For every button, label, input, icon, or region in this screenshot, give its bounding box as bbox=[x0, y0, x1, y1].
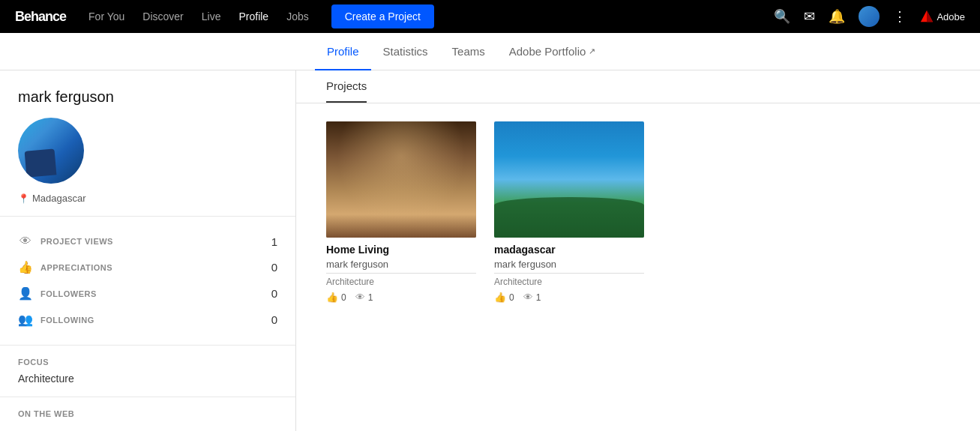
focus-label: FOCUS bbox=[18, 358, 277, 367]
stat-label-following: FOLLOWING bbox=[40, 316, 94, 325]
location-text: Madagascar bbox=[32, 193, 86, 204]
web-section: ON THE WEB bbox=[0, 397, 295, 431]
stat-left-appreciations: 👍 APPRECIATIONS bbox=[18, 260, 112, 274]
profile-avatar[interactable] bbox=[18, 118, 84, 184]
eye-icon: 👁 bbox=[18, 235, 33, 248]
nav-foryou[interactable]: For You bbox=[88, 10, 124, 22]
stat-row-following: 👥 FOLLOWING 0 bbox=[18, 307, 277, 333]
secondary-navigation: Profile Statistics Teams Adobe Portfolio… bbox=[0, 33, 980, 70]
top-navigation: Behance For You Discover Live Profile Jo… bbox=[0, 0, 980, 33]
tab-adobe-portfolio[interactable]: Adobe Portfolio ↗ bbox=[497, 33, 608, 70]
project-author-madagascar: mark ferguson bbox=[494, 259, 644, 270]
thumbnail-image-madagascar bbox=[494, 121, 644, 238]
project-author-home-living: mark ferguson bbox=[326, 259, 476, 270]
stat-row-followers: 👤 FOLLOWERS 0 bbox=[18, 280, 277, 307]
appreciations-count: 0 bbox=[341, 292, 346, 303]
notification-icon[interactable]: 🔔 bbox=[829, 8, 845, 25]
tab-profile[interactable]: Profile bbox=[315, 33, 371, 70]
main-layout: mark ferguson 📍 Madagascar 👁 PROJECT VIE… bbox=[0, 70, 980, 431]
project-category-madagascar: Architecture bbox=[494, 277, 644, 287]
nav-discover[interactable]: Discover bbox=[142, 10, 183, 22]
stat-left-following: 👥 FOLLOWING bbox=[18, 313, 94, 327]
appreciations-stat: 👍 0 bbox=[494, 292, 514, 303]
project-stats-madagascar: 👍 0 👁 1 bbox=[494, 292, 644, 303]
adobe-logo: Adobe bbox=[920, 10, 965, 23]
project-card-home-living[interactable]: Home Living mark ferguson Architecture 👍… bbox=[326, 121, 476, 303]
web-label: ON THE WEB bbox=[18, 409, 277, 418]
stat-left-followers: 👤 FOLLOWERS bbox=[18, 286, 97, 301]
focus-section: FOCUS Architecture bbox=[0, 346, 295, 397]
adobe-icon bbox=[920, 10, 934, 23]
project-title-madagascar: madagascar bbox=[494, 244, 644, 256]
thumbnail-image-home-living bbox=[326, 121, 476, 238]
stat-value-followers: 0 bbox=[271, 287, 277, 300]
eye-icon: 👁 bbox=[523, 292, 533, 303]
grid-icon[interactable]: ⋮ bbox=[893, 8, 907, 25]
search-icon[interactable]: 🔍 bbox=[774, 8, 790, 25]
nav-live[interactable]: Live bbox=[202, 10, 221, 22]
avatar[interactable] bbox=[859, 6, 880, 27]
stat-left-views: 👁 PROJECT VIEWS bbox=[18, 235, 113, 248]
stats-section: 👁 PROJECT VIEWS 1 👍 APPRECIATIONS 0 👤 FO… bbox=[0, 217, 295, 346]
views-stat: 👁 1 bbox=[523, 292, 541, 303]
nav-jobs[interactable]: Jobs bbox=[286, 10, 309, 22]
project-thumb-madagascar[interactable] bbox=[494, 121, 644, 238]
external-link-icon: ↗ bbox=[589, 46, 595, 56]
svg-marker-1 bbox=[927, 10, 933, 22]
nav-links: For You Discover Live Profile Jobs bbox=[88, 10, 309, 22]
views-count: 1 bbox=[368, 292, 373, 303]
project-divider bbox=[494, 273, 644, 274]
thumbsup-icon: 👍 bbox=[494, 292, 506, 303]
tab-teams[interactable]: Teams bbox=[440, 33, 497, 70]
behance-logo[interactable]: Behance bbox=[15, 9, 66, 25]
projects-header: Projects bbox=[296, 70, 980, 103]
stat-label-followers: FOLLOWERS bbox=[40, 289, 97, 298]
thumbsup-icon: 👍 bbox=[326, 292, 338, 303]
nav-left: Behance For You Discover Live Profile Jo… bbox=[15, 4, 434, 28]
nav-profile[interactable]: Profile bbox=[238, 10, 268, 22]
mail-icon[interactable]: ✉ bbox=[804, 8, 815, 25]
profile-name: mark ferguson bbox=[18, 88, 277, 106]
stat-value-appreciations: 0 bbox=[271, 261, 277, 274]
stat-label-appreciations: APPRECIATIONS bbox=[40, 263, 112, 272]
stat-row-views: 👁 PROJECT VIEWS 1 bbox=[18, 229, 277, 254]
profile-header: mark ferguson 📍 Madagascar bbox=[0, 70, 295, 217]
tab-statistics[interactable]: Statistics bbox=[371, 33, 440, 70]
location-row: 📍 Madagascar bbox=[18, 193, 277, 204]
focus-value: Architecture bbox=[18, 373, 277, 385]
project-thumb-home-living[interactable] bbox=[326, 121, 476, 238]
eye-icon: 👁 bbox=[355, 292, 365, 303]
views-count: 1 bbox=[536, 292, 541, 303]
stat-value-views: 1 bbox=[271, 235, 277, 248]
projects-tab[interactable]: Projects bbox=[326, 79, 367, 103]
project-title-home-living: Home Living bbox=[326, 244, 476, 256]
project-divider bbox=[326, 273, 476, 274]
nav-right: 🔍 ✉ 🔔 ⋮ Adobe bbox=[774, 6, 965, 27]
stat-label-views: PROJECT VIEWS bbox=[40, 237, 113, 246]
project-stats-home-living: 👍 0 👁 1 bbox=[326, 292, 476, 303]
project-card-madagascar[interactable]: madagascar mark ferguson Architecture 👍 … bbox=[494, 121, 644, 303]
following-icon: 👥 bbox=[18, 313, 33, 327]
create-project-button[interactable]: Create a Project bbox=[331, 4, 434, 28]
adobe-label: Adobe bbox=[937, 11, 965, 22]
location-pin-icon: 📍 bbox=[18, 193, 29, 204]
project-category-home-living: Architecture bbox=[326, 277, 476, 287]
content-area: Projects Home Living mark ferguson Archi… bbox=[296, 70, 980, 431]
sidebar: mark ferguson 📍 Madagascar 👁 PROJECT VIE… bbox=[0, 70, 296, 431]
followers-icon: 👤 bbox=[18, 286, 33, 301]
projects-grid: Home Living mark ferguson Architecture 👍… bbox=[296, 103, 980, 321]
stat-row-appreciations: 👍 APPRECIATIONS 0 bbox=[18, 254, 277, 280]
thumbsup-icon: 👍 bbox=[18, 260, 33, 274]
views-stat: 👁 1 bbox=[355, 292, 373, 303]
appreciations-count: 0 bbox=[509, 292, 514, 303]
appreciations-stat: 👍 0 bbox=[326, 292, 346, 303]
stat-value-following: 0 bbox=[271, 313, 277, 326]
